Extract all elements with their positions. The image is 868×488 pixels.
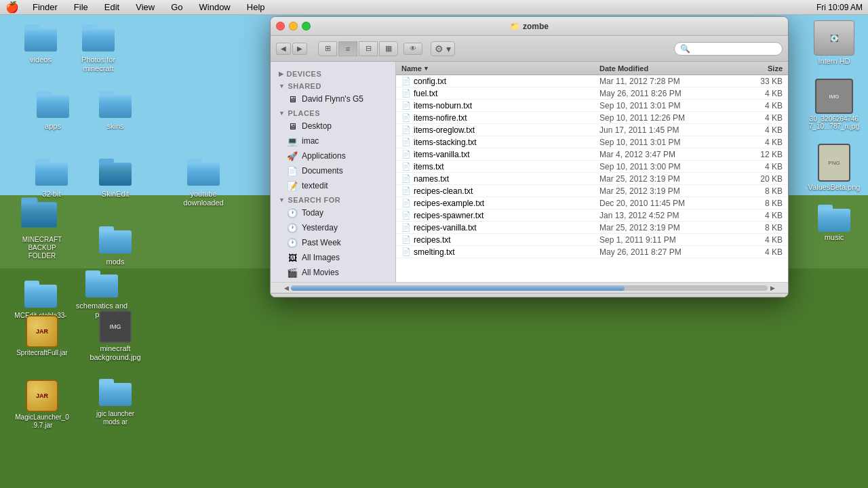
menu-view[interactable]: View <box>133 2 157 12</box>
imac-icon: 💻 <box>287 136 298 146</box>
places-arrow[interactable]: ▼ <box>279 110 285 117</box>
menu-file[interactable]: File <box>71 2 91 12</box>
sidebar-item-documents[interactable]: 📄 Documents <box>273 163 393 178</box>
file-name: items.txt <box>414 162 599 171</box>
coverflow-view-button[interactable]: ▦ <box>379 41 398 56</box>
table-row[interactable]: 📄 items-noburn.txt Sep 10, 2011 3:01 PM … <box>396 100 788 112</box>
table-row[interactable]: 📄 names.txt Mar 25, 2012 3:19 PM 20 KB <box>396 173 788 185</box>
desktop-icon-videos[interactable]: videos <box>14 22 68 64</box>
apple-menu[interactable]: 🍎 <box>5 1 19 14</box>
column-view-button[interactable]: ⊟ <box>359 41 378 56</box>
table-row[interactable]: 📄 recipes-example.txt Dec 20, 2010 11:45… <box>396 197 788 209</box>
file-size: 4 KB <box>735 89 783 98</box>
file-size: 8 KB <box>735 186 783 196</box>
view-mode-buttons: ⊞ ≡ ⊟ ▦ <box>318 41 398 56</box>
file-icon: 📄 <box>401 150 411 159</box>
menu-edit[interactable]: Edit <box>102 2 122 12</box>
sidebar-item-textedit[interactable]: 📝 textedit <box>273 178 393 193</box>
png-file-icon: PNG <box>818 144 850 182</box>
desktop-icon-jar1[interactable]: JAR SpritecraftFull.jar <box>15 315 69 357</box>
table-row[interactable]: 📄 recipes-clean.txt Mar 25, 2012 3:19 PM… <box>396 185 788 197</box>
file-size: 8 KB <box>735 199 783 208</box>
table-row[interactable]: 📄 recipes.txt Sep 1, 2011 9:11 PM 4 KB <box>396 234 788 246</box>
sidebar-item-davids-g5[interactable]: 🖥 David Flynn's G5 <box>273 92 393 106</box>
table-row[interactable]: 📄 smelting.txt May 26, 2011 8:27 PM 4 KB <box>396 246 788 258</box>
yesterday-icon: 🕐 <box>287 222 298 233</box>
table-row[interactable]: 📄 items-oreglow.txt Jun 17, 2011 1:45 PM… <box>396 124 788 136</box>
sidebar-item-imac[interactable]: 💻 imac <box>273 134 393 148</box>
desktop-icon-mods[interactable]: mods <box>88 224 142 266</box>
sidebar-item-all-movies[interactable]: 🎬 All Movies <box>273 265 393 280</box>
menu-help[interactable]: Help <box>244 2 268 12</box>
table-row[interactable]: 📄 items-stacking.txt Sep 10, 2011 3:01 P… <box>396 136 788 148</box>
column-date-modified[interactable]: Date Modified <box>599 64 735 73</box>
sidebar-item-yesterday[interactable]: 🕐 Yesterday <box>273 220 393 235</box>
file-name: fuel.txt <box>414 89 599 98</box>
column-size[interactable]: Size <box>735 64 783 73</box>
quick-look-button[interactable]: 👁 <box>403 43 422 55</box>
file-list-body: 📄 config.txt Mar 11, 2012 7:28 PM 33 KB … <box>396 75 788 282</box>
action-button[interactable]: ⚙ ▾ <box>431 41 455 56</box>
file-icon: 📄 <box>401 223 411 232</box>
desktop-icon-32bit[interactable]: 32 bit <box>24 156 79 199</box>
sidebar-item-desktop[interactable]: 🖥 Desktop <box>273 119 393 134</box>
menu-time: Fri 10:09 AM <box>816 3 863 12</box>
sidebar-item-all-documents[interactable]: 📄 All Documents <box>273 280 393 282</box>
sidebar-item-applications[interactable]: 🚀 Applications <box>273 148 393 163</box>
desktop-icon-photos[interactable]: Photos for minecraft <box>71 22 125 73</box>
menu-finder[interactable]: Finder <box>30 2 60 12</box>
scroll-right-button[interactable]: ▶ <box>768 283 777 293</box>
desktop-icon-mods2[interactable]: jgic launcher mods ar <box>88 376 142 426</box>
menu-window[interactable]: Window <box>197 2 233 12</box>
scrollbar-thumb[interactable] <box>291 285 625 291</box>
column-name[interactable]: Name ▼ <box>401 64 599 73</box>
table-row[interactable]: 📄 recipes-spawner.txt Jan 13, 2012 4:52 … <box>396 209 788 222</box>
sidebar-item-today[interactable]: 🕐 Today <box>273 205 393 220</box>
maximize-button[interactable] <box>302 22 311 30</box>
forward-button[interactable]: ▶ <box>292 43 307 55</box>
desktop-icon-jar2[interactable]: JAR MagicLauncher_0.9.7.jar <box>15 380 69 430</box>
file-icon: 📄 <box>401 138 411 147</box>
scrollbar-track[interactable] <box>291 285 768 291</box>
desktop-icon-skins[interactable]: skins <box>88 88 142 131</box>
file-icon: 📄 <box>401 247 411 257</box>
desktop-icon-image1[interactable]: IMG 30_3206264746 7_10...787_n.jpg <box>807 79 861 130</box>
table-row[interactable]: 📄 items-vanilla.txt Mar 4, 2012 3:47 PM … <box>396 148 788 161</box>
desktop-icon-youtube[interactable]: youtube downloaded <box>176 156 231 207</box>
search-input[interactable] <box>693 45 776 53</box>
table-row[interactable]: 📄 items.txt Sep 10, 2011 3:00 PM 4 KB <box>396 161 788 173</box>
desktop-icon-valuesbeta[interactable]: PNG ValuesBeta.png <box>807 144 861 191</box>
menu-go[interactable]: Go <box>168 2 185 12</box>
finder-body: ▶ DEVICES ▼ SHARED 🖥 David Flynn's G5 ▼ … <box>271 62 788 282</box>
desktop-icon-apps[interactable]: apps <box>26 88 80 131</box>
devices-arrow[interactable]: ▶ <box>279 70 284 77</box>
minimize-button[interactable] <box>289 22 298 30</box>
scroll-left-button[interactable]: ◀ <box>281 283 291 293</box>
back-button[interactable]: ◀ <box>276 43 291 55</box>
sidebar-item-all-images[interactable]: 🖼 All Images <box>273 250 393 265</box>
desktop-icon-minecraft-bg[interactable]: IMG minecraft background.jpg <box>88 310 142 362</box>
table-row[interactable]: 📄 items-nofire.txt Sep 10, 2011 12:26 PM… <box>396 112 788 124</box>
list-view-button[interactable]: ≡ <box>338 41 357 56</box>
table-row[interactable]: 📄 fuel.txt May 26, 2011 8:26 PM 4 KB <box>396 87 788 100</box>
desktop-icon-intern-hd[interactable]: 💽 Intern HD <box>807 20 861 65</box>
desktop-icon-music[interactable]: music <box>807 205 861 241</box>
desktop-icon-sidebar: 🖥 <box>287 121 298 131</box>
close-button[interactable] <box>276 22 285 30</box>
table-row[interactable]: 📄 recipes-vanilla.txt Mar 25, 2012 3:19 … <box>396 222 788 234</box>
search-box[interactable]: 🔍 <box>674 42 783 56</box>
desktop-icon-mcbackup[interactable]: MINECRAFT BACKUP FOLDER <box>15 197 69 260</box>
desktop-icon-skinedit[interactable]: SkinEdit <box>88 156 142 199</box>
all-images-icon: 🖼 <box>287 252 298 263</box>
file-name: items-stacking.txt <box>414 138 599 147</box>
icon-view-button[interactable]: ⊞ <box>318 41 337 56</box>
shared-arrow[interactable]: ▼ <box>279 83 285 89</box>
file-name: config.txt <box>414 77 599 86</box>
table-row[interactable]: 📄 config.txt Mar 11, 2012 7:28 PM 33 KB <box>396 75 788 87</box>
file-name: items-vanilla.txt <box>414 150 599 159</box>
searchfor-arrow[interactable]: ▼ <box>279 197 285 203</box>
file-size: 4 KB <box>735 211 783 220</box>
folder-icon-title: 📁 <box>510 22 520 31</box>
file-size: 4 KB <box>735 247 783 257</box>
sidebar-item-past-week[interactable]: 🕐 Past Week <box>273 235 393 250</box>
